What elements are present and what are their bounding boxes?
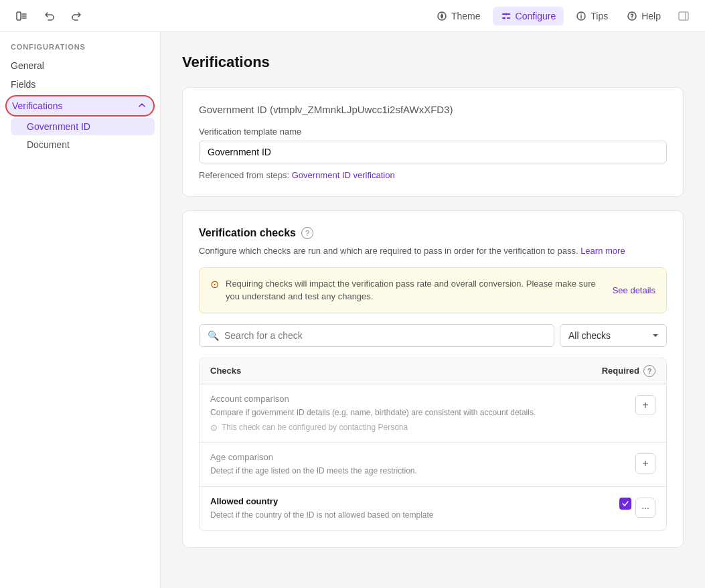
undo-redo-group — [37, 7, 88, 25]
check-info: Allowed country Detect if the country of… — [210, 496, 589, 521]
checks-desc: Configure which checks are run and which… — [199, 244, 667, 258]
checks-help-icon[interactable]: ? — [301, 227, 313, 239]
theme-label: Theme — [451, 11, 481, 21]
sidebar-section-title: CONFIGURATIONS — [0, 43, 160, 56]
check-action: ··· — [589, 496, 655, 518]
sidebar-sub-item-document[interactable]: Document — [11, 136, 155, 153]
sidebar-toggle-button[interactable] — [11, 5, 32, 27]
chevron-up-icon — [137, 100, 148, 111]
template-card: Government ID (vtmplv_ZMmnkLJpUwcc1i2sfA… — [182, 87, 684, 197]
redo-button[interactable] — [64, 7, 88, 25]
tips-label: Tips — [591, 11, 608, 21]
check-name: Account comparison — [210, 394, 589, 404]
table-row: Allowed country Detect if the country of… — [200, 487, 666, 530]
search-icon: 🔍 — [208, 330, 219, 341]
add-check-button[interactable]: + — [635, 453, 655, 473]
check-desc: Detect if the age listed on the ID meets… — [210, 465, 589, 477]
warning-box: ⊙ Requiring checks will impact the verif… — [199, 267, 667, 313]
configure-button[interactable]: Configure — [493, 7, 564, 25]
topbar: Theme Configure Tips Help — [0, 0, 705, 32]
check-desc: Compare if government ID details (e.g. n… — [210, 407, 589, 419]
filter-select[interactable]: All checks Required Not required — [560, 324, 667, 347]
sidebar-sub-items: Government ID Document — [0, 118, 160, 153]
sidebar-item-fields[interactable]: Fields — [0, 75, 160, 94]
right-panel-toggle[interactable] — [673, 5, 694, 27]
check-action: + — [589, 452, 655, 473]
page-title: Verifications — [182, 54, 684, 71]
layout: CONFIGURATIONS General Fields Verificati… — [0, 32, 705, 588]
template-name-label: Verification template name — [199, 127, 667, 137]
sidebar-item-general[interactable]: General — [0, 56, 160, 75]
required-help-icon[interactable]: ? — [643, 365, 655, 377]
col-required-label: Required ? — [575, 365, 655, 377]
warning-text: Requiring checks will impact the verific… — [226, 277, 598, 303]
svg-rect-15 — [679, 12, 688, 20]
check-note: ⊙ This check can be configured by contac… — [210, 423, 589, 433]
undo-button[interactable] — [37, 7, 62, 25]
col-checks-label: Checks — [210, 366, 575, 376]
svg-rect-6 — [507, 13, 510, 15]
more-options-button[interactable]: ··· — [635, 498, 655, 518]
table-row: Age comparison Detect if the age listed … — [200, 443, 666, 487]
see-details-link[interactable]: See details — [613, 285, 655, 295]
svg-rect-5 — [502, 13, 505, 15]
help-button[interactable]: Help — [620, 7, 668, 25]
table-row: Account comparison Compare if government… — [200, 384, 666, 443]
checks-header: Verification checks ? — [199, 227, 667, 239]
template-card-title: Government ID (vtmplv_ZMmnkLJpUwcc1i2sfA… — [199, 104, 667, 116]
topbar-right: Theme Configure Tips Help — [430, 5, 694, 27]
topbar-left — [11, 5, 88, 27]
checks-table: Checks Required ? Account comparison Com… — [199, 358, 667, 531]
learn-more-link[interactable]: Learn more — [580, 246, 625, 256]
check-name: Allowed country — [210, 496, 589, 506]
checks-table-header: Checks Required ? — [200, 358, 666, 384]
theme-button[interactable]: Theme — [430, 7, 487, 25]
add-check-button[interactable]: + — [635, 395, 655, 415]
svg-point-10 — [503, 17, 505, 19]
check-info: Age comparison Detect if the age listed … — [210, 452, 589, 477]
svg-point-12 — [580, 13, 582, 15]
svg-point-14 — [631, 17, 633, 19]
search-input[interactable] — [224, 325, 546, 346]
reference-text: Referenced from steps: Government ID ver… — [199, 170, 667, 180]
help-label: Help — [641, 11, 661, 21]
search-filter-row: 🔍 All checks Required Not required — [199, 324, 667, 347]
reference-link[interactable]: Government ID verification — [292, 170, 395, 180]
sidebar-item-verifications[interactable]: Verifications — [5, 95, 155, 117]
tips-button[interactable]: Tips — [569, 7, 615, 25]
svg-point-9 — [505, 13, 507, 15]
check-action: + — [589, 394, 655, 415]
template-name-input[interactable] — [199, 141, 667, 163]
check-desc: Detect if the country of the ID is not a… — [210, 509, 589, 521]
configure-label: Configure — [516, 11, 556, 21]
note-icon: ⊙ — [210, 423, 218, 433]
check-name: Age comparison — [210, 452, 589, 462]
checks-title: Verification checks — [199, 227, 296, 239]
warning-icon: ⊙ — [210, 278, 219, 291]
check-info: Account comparison Compare if government… — [210, 394, 589, 433]
main-content: Verifications Government ID (vtmplv_ZMmn… — [161, 32, 705, 588]
sidebar-sub-item-government-id[interactable]: Government ID — [11, 118, 155, 135]
svg-rect-0 — [17, 12, 21, 20]
sidebar: CONFIGURATIONS General Fields Verificati… — [0, 32, 161, 588]
required-checkbox[interactable] — [619, 498, 631, 510]
verification-checks-card: Verification checks ? Configure which ch… — [182, 210, 684, 548]
svg-rect-8 — [507, 17, 510, 19]
search-box: 🔍 — [199, 324, 554, 347]
